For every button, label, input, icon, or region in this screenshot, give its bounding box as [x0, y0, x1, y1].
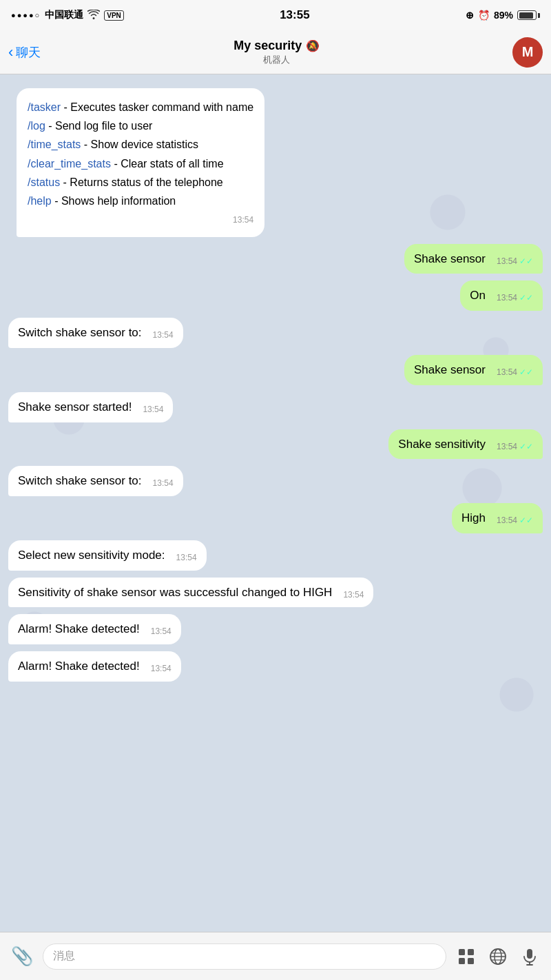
cmd-time-stats: /time_stats [28, 139, 81, 150]
message-12-bubble: Alarm! Shake detected! 13:54 [8, 651, 181, 682]
message-5-meta: 13:54 [138, 404, 163, 416]
message-3-text: Switch shake sensor to: [18, 325, 142, 341]
message-8-time: 13:54 [497, 515, 517, 527]
message-8-meta: 13:54 ✓✓ [492, 515, 533, 527]
message-8-bubble: High 13:54 ✓✓ [452, 503, 543, 533]
globe-icon [489, 948, 507, 966]
message-6-meta: 13:54 ✓✓ [492, 441, 533, 453]
input-bar: 📎 消息 [0, 932, 551, 980]
mic-button[interactable] [517, 943, 543, 970]
message-6-text: Shake sensitivity [398, 436, 486, 453]
message-1-text: Shake sensor [414, 251, 486, 267]
grid-icon [457, 948, 475, 966]
message-1-ticks: ✓✓ [519, 256, 533, 267]
message-9-bubble: Select new sensitivity mode: 13:54 [8, 540, 207, 571]
message-4-wrapper: Shake sensor 13:54 ✓✓ [8, 355, 543, 385]
message-4-text: Shake sensor [414, 362, 486, 378]
nav-bar: ‹ 聊天 My security 🔕 机器人 M [0, 30, 551, 74]
message-7-wrapper: Switch shake sensor to: 13:54 [8, 466, 543, 496]
message-8-wrapper: High 13:54 ✓✓ [8, 503, 543, 533]
message-6-bubble: Shake sensitivity 13:54 ✓✓ [388, 429, 543, 460]
message-4-ticks: ✓✓ [519, 367, 533, 378]
back-label: 聊天 [16, 44, 41, 61]
message-input[interactable]: 消息 [43, 943, 446, 970]
message-10-bubble: Sensitivity of shake sensor was successf… [8, 578, 373, 608]
message-8-text: High [461, 510, 486, 527]
help-message-wrapper: /tasker - Executes tasker command with n… [8, 88, 543, 237]
messages-container: /tasker - Executes tasker command with n… [0, 83, 551, 749]
message-7-text: Switch shake sensor to: [18, 473, 142, 489]
message-6-time: 13:54 [497, 441, 517, 453]
input-icons [453, 943, 543, 970]
svg-rect-2 [459, 958, 465, 964]
status-bar: ●●●●○ 中国联通 VPN 13:55 ⊕ ⏰ 89% [0, 0, 551, 30]
message-5-bubble: Shake sensor started! 13:54 [8, 392, 173, 422]
battery-pct: 89% [494, 10, 513, 21]
message-6-wrapper: Shake sensitivity 13:54 ✓✓ [8, 429, 543, 460]
svg-rect-3 [468, 958, 474, 964]
svg-rect-0 [459, 949, 465, 955]
attach-button[interactable]: 📎 [8, 943, 36, 970]
message-2-time: 13:54 [497, 292, 517, 304]
message-11-wrapper: Alarm! Shake detected! 13:54 [8, 614, 543, 644]
message-12-wrapper: Alarm! Shake detected! 13:54 [8, 651, 543, 682]
message-1-wrapper: Shake sensor 13:54 ✓✓ [8, 244, 543, 274]
message-2-meta: 13:54 ✓✓ [492, 292, 533, 304]
message-3-bubble: Switch shake sensor to: 13:54 [8, 318, 183, 348]
message-7-time: 13:54 [153, 478, 174, 489]
battery-icon [517, 10, 540, 20]
wifi-icon [87, 10, 100, 21]
globe-button[interactable] [485, 943, 511, 970]
message-5-text: Shake sensor started! [18, 399, 132, 416]
back-button[interactable]: ‹ 聊天 [8, 44, 41, 61]
message-10-meta: 13:54 [339, 589, 364, 601]
message-12-text: Alarm! Shake detected! [18, 658, 140, 675]
cmd-log: /log [28, 120, 45, 132]
message-1-bubble: Shake sensor 13:54 ✓✓ [404, 244, 543, 274]
message-11-meta: 13:54 [147, 626, 171, 637]
message-8-ticks: ✓✓ [519, 515, 533, 527]
cmd-status: /status [28, 176, 60, 188]
signal-dots: ●●●●○ [11, 11, 41, 19]
cmd-help: /help [28, 195, 52, 207]
message-4-bubble: Shake sensor 13:54 ✓✓ [404, 355, 543, 385]
status-left: ●●●●○ 中国联通 VPN [11, 9, 124, 21]
help-message-bubble: /tasker - Executes tasker command with n… [17, 88, 264, 237]
avatar[interactable]: M [512, 37, 543, 68]
message-5-wrapper: Shake sensor started! 13:54 [8, 392, 543, 422]
cmd-clear-time-stats: /clear_time_stats [28, 158, 111, 170]
message-9-wrapper: Select new sensitivity mode: 13:54 [8, 540, 543, 571]
message-1-time: 13:54 [497, 256, 517, 267]
grid-button[interactable] [453, 943, 479, 970]
message-2-bubble: On 13:54 ✓✓ [460, 280, 543, 311]
alarm-icon: ⏰ [478, 10, 490, 21]
message-9-time: 13:54 [176, 552, 197, 564]
message-5-time: 13:54 [143, 404, 163, 416]
help-message-time: 13:54 [28, 213, 253, 227]
status-right: ⊕ ⏰ 89% [466, 10, 540, 21]
message-11-time: 13:54 [151, 626, 171, 637]
message-12-time: 13:54 [151, 663, 171, 675]
message-7-bubble: Switch shake sensor to: 13:54 [8, 466, 183, 496]
message-11-text: Alarm! Shake detected! [18, 621, 140, 637]
message-9-text: Select new sensitivity mode: [18, 547, 165, 564]
message-6-ticks: ✓✓ [519, 441, 533, 453]
message-2-text: On [470, 287, 486, 304]
mic-icon [521, 948, 539, 966]
message-9-meta: 13:54 [172, 552, 197, 564]
svg-rect-1 [468, 949, 474, 955]
message-4-meta: 13:54 ✓✓ [492, 367, 533, 378]
message-3-wrapper: Switch shake sensor to: 13:54 [8, 318, 543, 348]
chat-area: /tasker - Executes tasker command with n… [0, 74, 551, 932]
message-12-meta: 13:54 [147, 663, 171, 675]
carrier-label: 中国联通 [45, 9, 83, 21]
message-input-placeholder: 消息 [53, 949, 75, 963]
message-1-meta: 13:54 ✓✓ [492, 256, 533, 267]
cmd-tasker: /tasker [28, 101, 61, 113]
back-chevron-icon: ‹ [8, 45, 13, 60]
message-10-time: 13:54 [343, 589, 364, 601]
chat-subtitle: 机器人 [41, 54, 512, 66]
message-3-time: 13:54 [153, 329, 174, 341]
message-3-meta: 13:54 [149, 329, 174, 341]
vpn-badge: VPN [104, 10, 124, 21]
